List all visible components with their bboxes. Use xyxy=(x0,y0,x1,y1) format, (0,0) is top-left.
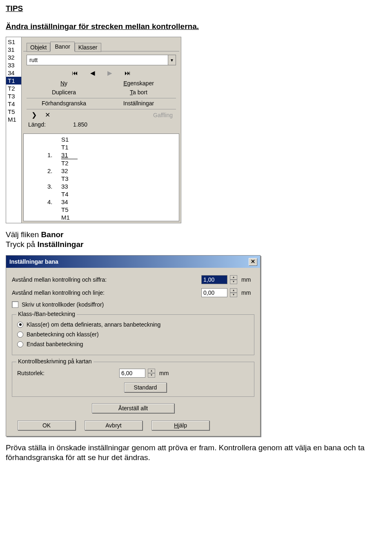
next-icon[interactable]: ❯ xyxy=(31,111,37,119)
radio-opt3[interactable]: Endast banbeteckning xyxy=(17,341,249,347)
reset-all-button[interactable]: Återställ allt xyxy=(92,403,174,413)
length-label: Längd: xyxy=(28,121,73,128)
unit-mm: mm xyxy=(241,276,254,283)
seq-num: 4. xyxy=(47,198,61,206)
standard-button[interactable]: Standard xyxy=(124,383,167,392)
help-button[interactable]: Hjälp xyxy=(151,420,209,430)
seq-item: T1 xyxy=(61,143,78,151)
label-avstand-siffra: Avstånd mellan kontrollring och siffra: xyxy=(12,276,201,283)
radio-label: Klass(er) om detta definierats, annars b… xyxy=(27,321,160,328)
row-rutstorlek: Rutstorlek: ▴▾ mm xyxy=(17,369,249,378)
installningar-bana-dialog: Inställningar bana ✕ Avstånd mellan kont… xyxy=(6,255,261,436)
ok-button[interactable]: OK xyxy=(18,420,76,430)
input-rutstorlek[interactable] xyxy=(119,369,145,378)
row-avstand-siffra: Avstånd mellan kontrollring och siffra: … xyxy=(12,275,254,284)
list-item[interactable]: T3 xyxy=(6,92,21,100)
radio-label: Banbeteckning och klass(er) xyxy=(27,331,99,338)
prev-icon[interactable]: ◀ xyxy=(90,69,95,77)
checkbox-label: Skriv ut kontrollkoder (kodsiffror) xyxy=(22,301,104,308)
input-avstand-siffra[interactable] xyxy=(201,275,227,284)
tips-heading: TIPS xyxy=(6,4,386,13)
list-item[interactable]: 34 xyxy=(6,69,21,77)
spinner[interactable]: ▴▾ xyxy=(230,275,237,284)
chevron-down-icon[interactable]: ▼ xyxy=(168,55,176,65)
seq-num: 2. xyxy=(47,167,61,175)
legend: Kontrollbeskrivning på kartan xyxy=(16,358,94,365)
seq-item: S1 xyxy=(61,136,78,143)
close-button[interactable]: ✕ xyxy=(249,258,257,265)
tab-objekt[interactable]: Objekt xyxy=(27,43,50,52)
list-item[interactable]: T1 xyxy=(6,77,21,85)
cancel-button[interactable]: Avbryt xyxy=(85,420,143,430)
forhandsgranska-button[interactable]: Förhandsgranska xyxy=(27,100,101,107)
button-row-2: Duplicera Ta bort xyxy=(27,89,176,96)
radio-opt2[interactable]: Banbeteckning och klass(er) xyxy=(17,331,249,338)
rutt-dropdown[interactable]: rutt ▼ xyxy=(27,55,176,65)
panel-right: Objekt Banor Klasser rutt ▼ ⏮ ◀ ▶ ⏭ Ny E… xyxy=(21,37,181,223)
length-value: 1.850 xyxy=(73,121,87,128)
list-item[interactable]: T2 xyxy=(6,85,21,92)
list-item[interactable]: T4 xyxy=(6,100,21,108)
tab-klasser[interactable]: Klasser xyxy=(75,43,101,52)
checkbox-kontrollkoder[interactable]: Skriv ut kontrollkoder (kodsiffror) xyxy=(12,301,254,308)
dialog-body: Avstånd mellan kontrollring och siffra: … xyxy=(6,268,260,436)
subheading: Ändra inställningar för strecken mellan … xyxy=(6,22,386,31)
button-row-1: Ny Egenskaper xyxy=(27,80,176,87)
icon-row: ❯ ✕ Gaffling xyxy=(27,111,176,119)
seq-item: T5 xyxy=(61,206,78,214)
unit-mm: mm xyxy=(159,370,172,376)
list-item[interactable]: 32 xyxy=(6,53,21,61)
dropdown-value: rutt xyxy=(27,55,168,65)
first-icon[interactable]: ⏮ xyxy=(72,69,78,77)
object-list[interactable]: S1 31 32 33 34 T1 T2 T3 T4 T5 M1 xyxy=(6,37,21,223)
tabort-button[interactable]: Ta bort xyxy=(101,89,176,96)
list-item[interactable]: S1 xyxy=(6,38,21,46)
dialog-title: Inställningar bana xyxy=(9,258,58,265)
installningar-button[interactable]: Inställningar xyxy=(101,100,176,107)
close-icon[interactable]: ✕ xyxy=(45,111,50,119)
seq-num: 1. xyxy=(47,151,61,159)
list-item[interactable]: 33 xyxy=(6,61,21,69)
spinner[interactable]: ▴▾ xyxy=(230,288,237,297)
tab-bar: Objekt Banor Klasser xyxy=(22,37,181,51)
banor-panel-screenshot: S1 31 32 33 34 T1 T2 T3 T4 T5 M1 Objekt … xyxy=(6,37,181,223)
dialog-titlebar: Inställningar bana ✕ xyxy=(6,256,260,268)
divider xyxy=(27,98,176,98)
sequence-box: S1 T1 1.31 T2 2.32 T3 3.33 T4 4.34 T5 M1 xyxy=(23,133,179,221)
duplicera-button[interactable]: Duplicera xyxy=(27,89,101,96)
list-item[interactable]: M1 xyxy=(6,116,21,123)
length-row: Längd: 1.850 xyxy=(27,120,176,130)
seq-item: 33 xyxy=(61,182,78,190)
fieldset-klass-ban: Klass-/Ban-beteckning Klass(er) om detta… xyxy=(12,314,254,355)
radio-opt1[interactable]: Klass(er) om detta definierats, annars b… xyxy=(17,321,249,328)
input-avstand-linje[interactable] xyxy=(201,288,227,297)
radio-icon[interactable] xyxy=(17,322,23,328)
radio-icon[interactable] xyxy=(17,341,23,347)
row-avstand-linje: Avstånd mellan kontrollring och linje: ▴… xyxy=(12,288,254,297)
instruction-text-1: Välj fliken Banor Tryck på Inställningar xyxy=(6,230,386,249)
radio-label: Endast banbeteckning xyxy=(27,341,83,347)
egenskaper-button[interactable]: Egenskaper xyxy=(101,80,176,87)
seq-item: 32 xyxy=(61,167,78,175)
seq-item: 31 xyxy=(61,151,78,159)
seq-item: M1 xyxy=(61,214,78,221)
last-icon[interactable]: ⏭ xyxy=(125,69,131,77)
list-item[interactable]: 31 xyxy=(6,46,21,53)
ny-button[interactable]: Ny xyxy=(27,80,101,87)
spinner[interactable]: ▴▾ xyxy=(148,369,155,378)
unit-mm: mm xyxy=(241,289,254,296)
list-item[interactable]: T5 xyxy=(6,108,21,116)
legend: Klass-/Ban-beteckning xyxy=(16,311,77,317)
instruction-text-2: Pröva ställa in önskade inställningar ge… xyxy=(6,443,386,463)
dialog-footer: OK Avbryt Hjälp xyxy=(12,420,254,430)
nav-icons-row: ⏮ ◀ ▶ ⏭ xyxy=(27,69,176,77)
tab-content: rutt ▼ ⏮ ◀ ▶ ⏭ Ny Egenskaper Duplicera T… xyxy=(23,51,179,132)
play-icon: ▶ xyxy=(107,69,112,77)
gaffling-label: Gaffling xyxy=(153,112,173,118)
checkbox-icon[interactable] xyxy=(12,301,18,308)
seq-num: 3. xyxy=(47,182,61,190)
seq-item: T3 xyxy=(61,175,78,182)
radio-icon[interactable] xyxy=(17,331,23,338)
tab-banor[interactable]: Banor xyxy=(50,42,74,51)
label-rutstorlek: Rutstorlek: xyxy=(17,370,119,376)
